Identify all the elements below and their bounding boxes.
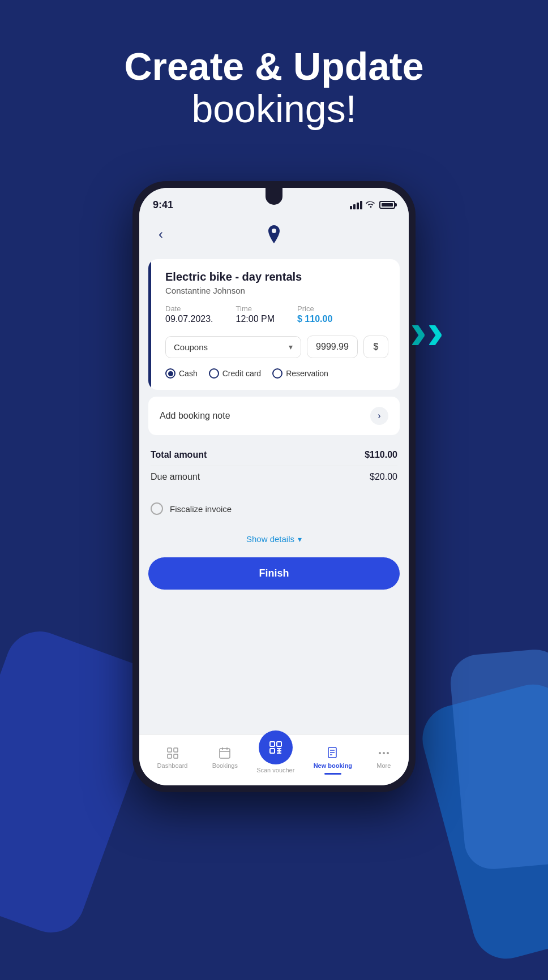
- signal-bar-1: [350, 206, 352, 209]
- svg-rect-1: [174, 748, 178, 752]
- radio-reservation-label: Reservation: [286, 369, 328, 378]
- nav-new-booking[interactable]: New booking: [308, 742, 358, 773]
- svg-point-21: [387, 752, 389, 754]
- fiscalize-label: Fiscalize invoice: [170, 504, 232, 514]
- bottom-nav: Dashboard Bookings: [139, 734, 409, 785]
- fiscalize-checkbox: [151, 502, 163, 515]
- booking-title: Electric bike - day rentals: [165, 270, 388, 283]
- nav-scan-button[interactable]: [259, 730, 293, 764]
- radio-credit-circle: [209, 368, 219, 379]
- add-note-chevron-icon: ›: [370, 407, 388, 425]
- nav-more[interactable]: More: [371, 742, 396, 773]
- more-icon: [377, 746, 391, 760]
- payment-row: Cash Credit card Reservation: [165, 368, 388, 379]
- radio-reservation[interactable]: Reservation: [272, 368, 328, 379]
- scan-icon: [268, 740, 283, 755]
- price-col: Price $ 110.00: [297, 304, 332, 324]
- show-details-text: Show details: [246, 534, 294, 544]
- new-booking-icon: [326, 746, 340, 760]
- due-amount-row: Due amount $20.00: [151, 466, 397, 488]
- svg-point-19: [379, 752, 381, 754]
- radio-cash-circle: [165, 368, 175, 379]
- svg-point-20: [383, 752, 385, 754]
- coupon-amount[interactable]: 9999.99: [307, 336, 358, 358]
- signal-bar-4: [360, 201, 362, 209]
- price-label: Price: [297, 304, 332, 313]
- svg-rect-4: [220, 749, 230, 758]
- nav-scan-label: Scan voucher: [256, 767, 294, 773]
- bookings-icon: [218, 746, 232, 760]
- app-header: ‹: [139, 216, 409, 252]
- radio-credit[interactable]: Credit card: [209, 368, 261, 379]
- back-chevron-icon: ‹: [159, 226, 163, 242]
- phone-screen: 9:41: [139, 188, 409, 785]
- due-value: $20.00: [370, 472, 397, 482]
- svg-rect-8: [270, 742, 275, 746]
- nav-dashboard-label: Dashboard: [157, 762, 188, 769]
- show-details-chevron-icon: ▾: [298, 535, 302, 544]
- battery-fill: [382, 203, 393, 207]
- radio-reservation-circle: [272, 368, 282, 379]
- content-area: Electric bike - day rentals Constantine …: [139, 252, 409, 734]
- date-label: Date: [165, 304, 213, 313]
- header-subtitle: bookings!: [0, 88, 548, 130]
- nav-new-booking-label: New booking: [314, 762, 352, 769]
- svg-rect-3: [174, 754, 178, 758]
- date-col: Date 09.07.2023.: [165, 304, 213, 324]
- booking-details-row: Date 09.07.2023. Time 12:00 PM Price $ 1…: [165, 304, 388, 324]
- svg-rect-0: [168, 748, 172, 752]
- header-title: Create & Update: [0, 45, 548, 88]
- add-note-row[interactable]: Add booking note ›: [148, 397, 400, 435]
- svg-rect-9: [277, 742, 281, 746]
- status-time: 9:41: [153, 199, 173, 211]
- dashboard-icon: [166, 746, 179, 760]
- nav-dashboard[interactable]: Dashboard: [152, 742, 194, 773]
- coupon-select[interactable]: Coupons ▾: [165, 336, 301, 358]
- coupon-currency: $: [363, 336, 388, 358]
- total-label: Total amount: [151, 450, 207, 460]
- svg-rect-2: [168, 754, 172, 758]
- due-label: Due amount: [151, 472, 200, 482]
- total-amount-row: Total amount $110.00: [151, 444, 397, 466]
- nav-bookings-label: Bookings: [212, 762, 238, 769]
- fiscalize-row[interactable]: Fiscalize invoice: [148, 497, 400, 521]
- signal-bar-3: [357, 203, 359, 209]
- status-icons: [350, 200, 395, 210]
- chevron-dark: ›: [410, 306, 427, 356]
- radio-cash-label: Cash: [179, 369, 198, 378]
- signal-bars: [350, 201, 362, 209]
- time-value: 12:00 PM: [236, 314, 275, 324]
- time-col: Time 12:00 PM: [236, 304, 275, 324]
- coupon-label: Coupons: [174, 342, 208, 352]
- nav-bookings[interactable]: Bookings: [207, 742, 243, 773]
- chevron-badge: › ›: [410, 306, 444, 356]
- total-value: $110.00: [365, 450, 397, 460]
- wifi-icon: [366, 200, 376, 210]
- header-section: Create & Update bookings!: [0, 45, 548, 130]
- booking-card: Electric bike - day rentals Constantine …: [148, 259, 400, 390]
- card-left-bar: [148, 259, 151, 390]
- radio-cash[interactable]: Cash: [165, 368, 198, 379]
- battery-icon: [379, 201, 395, 209]
- amount-section: Total amount $110.00 Due amount $20.00: [148, 442, 400, 490]
- price-value: $ 110.00: [297, 314, 332, 324]
- chevron-light: ›: [427, 306, 444, 356]
- notch: [266, 188, 282, 205]
- add-note-label: Add booking note: [160, 411, 230, 421]
- app-logo: [263, 223, 285, 246]
- svg-rect-10: [270, 749, 275, 753]
- finish-button[interactable]: Finish: [148, 557, 400, 590]
- coupon-chevron-icon: ▾: [289, 342, 293, 351]
- show-details-row[interactable]: Show details ▾: [148, 530, 400, 548]
- back-button[interactable]: ‹: [151, 224, 171, 244]
- nav-scan-wrapper: Scan voucher: [256, 742, 294, 773]
- nav-more-label: More: [376, 762, 391, 769]
- date-value: 09.07.2023.: [165, 314, 213, 324]
- time-label: Time: [236, 304, 275, 313]
- signal-bar-2: [353, 204, 356, 209]
- booking-customer: Constantine Johnson: [165, 286, 388, 295]
- radio-credit-label: Credit card: [222, 369, 261, 378]
- coupon-row: Coupons ▾ 9999.99 $: [165, 336, 388, 358]
- phone-frame: 9:41: [132, 181, 416, 792]
- phone-wrapper: › › 9:41: [132, 181, 416, 792]
